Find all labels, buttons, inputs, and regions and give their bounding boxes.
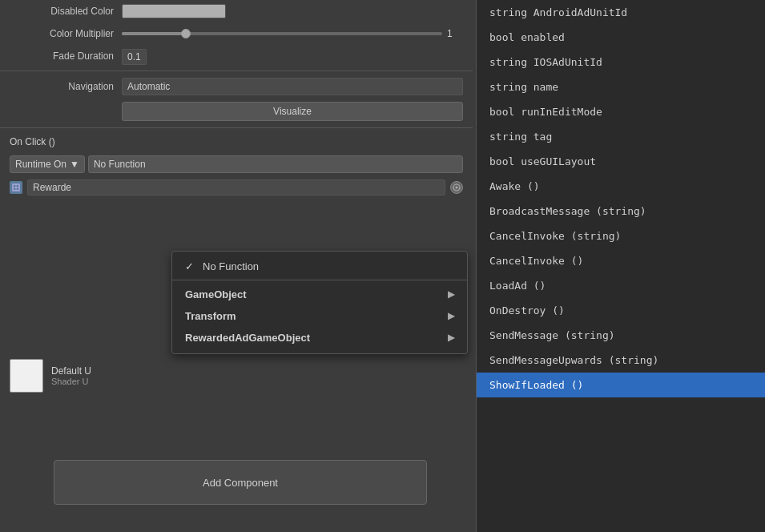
object-field[interactable]: Rewarde bbox=[27, 179, 445, 195]
disabled-color-swatch[interactable] bbox=[122, 4, 226, 18]
right-panel-item-text-2: string IOSAdUnitId bbox=[489, 56, 602, 68]
color-multiplier-label: Color Multiplier bbox=[10, 28, 122, 39]
popup-gameobject-item[interactable]: GameObject ▶ bbox=[172, 284, 467, 305]
right-panel-item-text-11: LoadAd () bbox=[489, 280, 546, 292]
no-function-label: No Function bbox=[94, 159, 146, 170]
color-multiplier-track[interactable] bbox=[122, 32, 442, 35]
right-panel-item-text-12: OnDestroy () bbox=[489, 304, 565, 316]
right-panel-item-text-14: SendMessageUpwards (string) bbox=[489, 354, 658, 366]
material-shader: Shader U bbox=[51, 377, 463, 386]
color-multiplier-fill bbox=[122, 32, 186, 35]
right-panel-item-14[interactable]: SendMessageUpwards (string) bbox=[477, 348, 765, 373]
right-panel-item-12[interactable]: OnDestroy () bbox=[477, 298, 765, 323]
svg-point-4 bbox=[456, 187, 458, 189]
right-panel-item-8[interactable]: BroadcastMessage (string) bbox=[477, 199, 765, 224]
material-name: Default U bbox=[51, 365, 463, 377]
right-panel-item-text-7: Awake () bbox=[489, 180, 540, 192]
material-info: Default U Shader U bbox=[51, 365, 463, 386]
section-divider-2 bbox=[0, 127, 473, 128]
visualize-button[interactable]: Visualize bbox=[122, 102, 463, 121]
visualize-value: Visualize bbox=[122, 102, 463, 121]
disabled-color-value bbox=[122, 4, 463, 18]
right-panel-item-text-15: ShowIfLoaded () bbox=[489, 379, 583, 391]
popup-rewardedad-label: RewardedAdGameObject bbox=[185, 332, 310, 344]
navigation-value: Automatic bbox=[122, 78, 463, 95]
fade-duration-value: 0.1 bbox=[122, 50, 463, 62]
popup-no-function-item[interactable]: ✓ No Function bbox=[172, 256, 467, 276]
right-panel-item-7[interactable]: Awake () bbox=[477, 174, 765, 199]
runtime-dropdown[interactable]: Runtime On ▼ bbox=[10, 155, 85, 173]
target-icon[interactable] bbox=[450, 181, 463, 194]
on-click-header: On Click () bbox=[0, 131, 473, 152]
right-panel-item-11[interactable]: LoadAd () bbox=[477, 273, 765, 298]
color-multiplier-value: 1 bbox=[447, 28, 463, 39]
popup-rewardedad-item[interactable]: RewardedAdGameObject ▶ bbox=[172, 327, 467, 349]
right-panel-item-10[interactable]: CancelInvoke () bbox=[477, 248, 765, 273]
left-panel: Disabled Color Color Multiplier 1 Fade D… bbox=[0, 0, 473, 532]
popup-no-function-label: No Function bbox=[203, 260, 259, 272]
material-swatch bbox=[10, 359, 43, 393]
fade-duration-field[interactable]: 0.1 bbox=[122, 49, 147, 65]
color-multiplier-thumb[interactable] bbox=[181, 29, 191, 38]
color-multiplier-row: Color Multiplier 1 bbox=[0, 22, 473, 45]
navigation-row: Navigation Automatic bbox=[0, 75, 473, 99]
right-panel-item-15[interactable]: ShowIfLoaded () bbox=[477, 373, 765, 397]
disabled-color-label: Disabled Color bbox=[10, 6, 122, 17]
right-panel-item-5[interactable]: string tag bbox=[477, 124, 765, 149]
no-function-popup: ✓ No Function GameObject ▶ Transform ▶ R… bbox=[171, 251, 468, 354]
object-icon bbox=[10, 181, 22, 194]
navigation-dropdown[interactable]: Automatic bbox=[122, 78, 463, 95]
right-panel-item-1[interactable]: bool enabled bbox=[477, 25, 765, 50]
popup-rewardedad-arrow: ▶ bbox=[448, 332, 454, 343]
right-panel-item-text-0: string AndroidAdUnitId bbox=[489, 6, 627, 18]
object-field-row: Rewarde bbox=[0, 176, 473, 199]
check-mark-icon: ✓ bbox=[185, 260, 196, 272]
right-panel-item-0[interactable]: string AndroidAdUnitId bbox=[477, 0, 765, 25]
navigation-label: Navigation bbox=[10, 81, 122, 92]
right-panel: string AndroidAdUnitIdbool enabledstring… bbox=[476, 0, 765, 532]
right-panel-item-text-13: SendMessage (string) bbox=[489, 329, 615, 341]
visualize-row: Visualize bbox=[0, 99, 473, 124]
right-panel-item-4[interactable]: bool runInEditMode bbox=[477, 99, 765, 124]
right-panel-item-3[interactable]: string name bbox=[477, 75, 765, 99]
color-multiplier-slider-container: 1 bbox=[122, 28, 463, 39]
runtime-chevron: ▼ bbox=[70, 159, 79, 170]
fade-duration-label: Fade Duration bbox=[10, 50, 122, 62]
section-divider-1 bbox=[0, 71, 473, 71]
add-component-button[interactable]: Add Component bbox=[54, 460, 427, 505]
popup-gameobject-arrow: ▶ bbox=[448, 289, 454, 300]
popup-transform-arrow: ▶ bbox=[448, 311, 454, 321]
onclick-row: Runtime On ▼ No Function bbox=[0, 152, 473, 176]
right-panel-item-text-1: bool enabled bbox=[489, 31, 565, 43]
right-panel-item-6[interactable]: bool useGUILayout bbox=[477, 149, 765, 174]
right-panel-item-2[interactable]: string IOSAdUnitId bbox=[477, 50, 765, 75]
right-panel-item-text-10: CancelInvoke () bbox=[489, 255, 583, 267]
popup-divider bbox=[172, 280, 467, 280]
popup-transform-label: Transform bbox=[185, 310, 236, 322]
right-panel-item-text-4: bool runInEditMode bbox=[489, 106, 602, 118]
runtime-label: Runtime On bbox=[15, 159, 66, 170]
fade-duration-row: Fade Duration 0.1 bbox=[0, 45, 473, 67]
disabled-color-row: Disabled Color bbox=[0, 0, 473, 22]
no-function-dropdown[interactable]: No Function bbox=[88, 155, 463, 173]
right-panel-item-9[interactable]: CancelInvoke (string) bbox=[477, 224, 765, 248]
popup-transform-item[interactable]: Transform ▶ bbox=[172, 305, 467, 327]
right-panel-item-text-9: CancelInvoke (string) bbox=[489, 230, 621, 242]
popup-gameobject-label: GameObject bbox=[185, 288, 247, 300]
right-panel-item-text-8: BroadcastMessage (string) bbox=[489, 205, 646, 217]
right-panel-item-text-3: string name bbox=[489, 81, 558, 93]
right-panel-item-text-5: string tag bbox=[489, 131, 552, 143]
right-panel-item-13[interactable]: SendMessage (string) bbox=[477, 323, 765, 348]
material-section: Default U Shader U bbox=[0, 353, 473, 399]
right-panel-item-text-6: bool useGUILayout bbox=[489, 155, 596, 167]
